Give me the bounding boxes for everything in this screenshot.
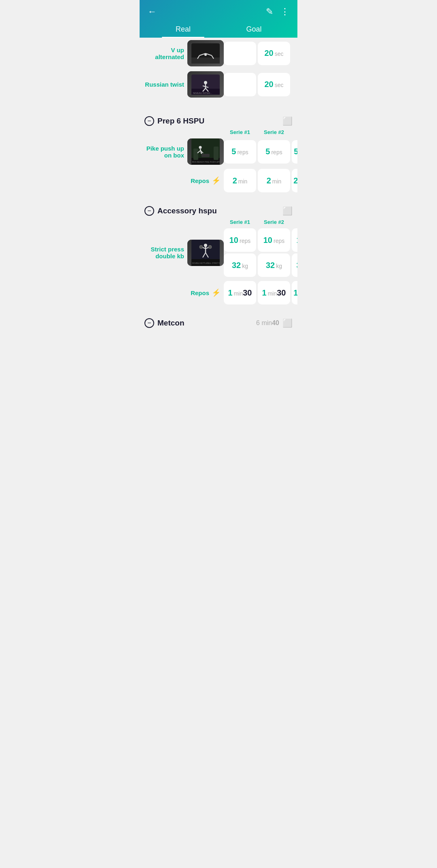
russian-serie2-value: 20: [264, 80, 273, 89]
repos-acc-s1-bold: 30: [243, 288, 252, 298]
accessory-hspu-title: Accessory hspu: [157, 206, 279, 215]
pike-serie-2[interactable]: 5 reps: [258, 140, 290, 164]
strict-s2-weight-unit: kg: [276, 263, 282, 269]
repos-info-acc: Repos ⚡: [143, 288, 224, 297]
exercise-thumb-pike[interactable]: BOX-BENCH PIKE PUSH-UPS: [187, 138, 224, 165]
repos-timer-icon-acc: ⚡: [212, 288, 221, 297]
content: V up alternated: [140, 38, 297, 766]
prep6hspu-sh3: Serie #3: [292, 129, 297, 135]
svg-point-28: [204, 244, 207, 247]
exercise-thumb-strict[interactable]: DOUBLE KETTLEBELL STRICT PRESS: [187, 240, 224, 266]
prep6hspu-header: − Prep 6 HSPU ⬜: [140, 111, 297, 129]
russian-serie-1[interactable]: [224, 73, 256, 96]
prep6hspu-book-icon[interactable]: ⬜: [282, 116, 293, 126]
strict-serie-cells: 10 reps 32 kg 10: [224, 228, 297, 277]
repos-prep6-s3-val: 2: [293, 176, 297, 185]
svg-text:NIVEAU INTER...: NIVEAU INTER...: [193, 92, 212, 94]
russian-serie-2[interactable]: 20 sec: [258, 73, 290, 96]
exercise-info-strict: Strict press double kb DOUBLE KETTLEBELL…: [143, 240, 224, 266]
svg-point-10: [204, 81, 207, 84]
exercise-name-vup: V up alternated: [143, 47, 187, 60]
exercise-row-vup: V up alternated: [140, 38, 297, 69]
prep6hspu-title: Prep 6 HSPU: [157, 117, 279, 126]
repos-label-acc: Repos: [191, 289, 209, 296]
pike-serie-cells: 5 reps 5 reps 5 rep: [224, 140, 297, 164]
repos-acc-s2-unit: min: [268, 290, 277, 297]
vup-serie-1[interactable]: [224, 42, 256, 65]
svg-rect-19: [214, 147, 218, 160]
exercise-name-strict: Strict press double kb: [143, 246, 187, 260]
strict-s3-reps-partial[interactable]: 10: [292, 228, 297, 252]
svg-point-33: [208, 245, 212, 249]
strict-s3-stack: 10 32: [292, 228, 297, 277]
repos-acc-s1[interactable]: 1 min 30: [224, 281, 256, 304]
exercise-name-pike: Pike push up on box: [143, 145, 187, 159]
strict-s1-reps: 10: [229, 236, 238, 245]
metcon-collapse[interactable]: −: [144, 318, 154, 328]
repos-acc-s3-val: 1: [293, 288, 297, 298]
metcon-section: − Metcon 6 min 40 ⬜: [140, 313, 297, 331]
strict-thumbnail-svg: DOUBLE KETTLEBELL STRICT PRESS: [191, 240, 220, 266]
pike-s1-value: 5: [231, 147, 236, 156]
strict-s2-reps-cell[interactable]: 10 reps: [258, 228, 290, 252]
repos-prep6-s1-val: 2: [233, 176, 237, 185]
vup-thumbnail-svg: [191, 43, 220, 64]
more-icon[interactable]: ⋮: [280, 6, 289, 17]
exercise-name-russian: Russian twist: [143, 81, 187, 88]
strict-s2-kg-cell[interactable]: 32 kg: [258, 253, 290, 277]
pike-serie-1[interactable]: 5 reps: [224, 140, 256, 164]
strict-s1-weight: 32: [232, 261, 241, 270]
header: ← ✎ ⋮ Real Goal: [140, 0, 297, 38]
back-button[interactable]: ←: [148, 6, 157, 17]
repos-prep6-s2-val: 2: [267, 176, 271, 185]
strict-s3-reps: 10: [296, 236, 297, 245]
strict-s2-stack: 10 reps 32 kg: [258, 228, 290, 277]
exercise-thumb-vup[interactable]: [187, 40, 224, 66]
accessory-hspu-header: − Accessory hspu ⬜: [140, 200, 297, 219]
accessory-hspu-book-icon[interactable]: ⬜: [282, 206, 293, 216]
exercise-thumb-russian[interactable]: NIVEAU INTER...: [187, 71, 224, 98]
tab-real[interactable]: Real: [148, 20, 218, 38]
repos-label-prep6: Repos: [191, 177, 209, 184]
russian-serie-cells: 20 sec: [224, 73, 294, 96]
strict-s1-weight-unit: kg: [242, 263, 248, 269]
svg-rect-1: [191, 57, 220, 64]
svg-text:BOX-BENCH PIKE PUSH-UPS: BOX-BENCH PIKE PUSH-UPS: [192, 161, 220, 163]
acc-sh1: Serie #1: [224, 219, 256, 225]
strict-s2-weight: 32: [266, 261, 275, 270]
edit-icon[interactable]: ✎: [266, 6, 273, 17]
metcon-book-icon[interactable]: ⬜: [282, 318, 293, 328]
russian-serie2-unit: sec: [275, 82, 284, 88]
repos-prep6-s3-partial[interactable]: 2 min: [292, 169, 297, 192]
repos-acc-s2[interactable]: 1 min 30: [258, 281, 290, 304]
repos-prep6-s2[interactable]: 2 min: [258, 169, 290, 192]
repos-acc-s2-bold: 30: [277, 288, 286, 298]
repos-acc-s1-unit: min: [234, 290, 243, 297]
pike-s2-unit: reps: [271, 149, 282, 155]
tab-goal[interactable]: Goal: [218, 20, 289, 38]
prep6hspu-collapse[interactable]: −: [144, 116, 154, 126]
svg-rect-18: [193, 149, 198, 160]
strict-s1-stack: 10 reps 32 kg: [224, 228, 256, 277]
metcon-time-prefix: 6 min: [256, 319, 272, 327]
header-top: ← ✎ ⋮: [140, 0, 297, 20]
repos-prep6-s1[interactable]: 2 min: [224, 169, 256, 192]
vup-serie-cells: 20 sec: [224, 42, 294, 65]
vup-serie-2[interactable]: 20 sec: [258, 42, 290, 65]
exercise-row-pike: Pike push up on box BOX-BENCH PIKE PUSH-…: [140, 136, 297, 167]
acc-sh3: Serie #3: [292, 219, 297, 225]
strict-s1-kg-cell[interactable]: 32 kg: [224, 253, 256, 277]
prev-section: V up alternated: [140, 38, 297, 104]
strict-s1-reps-cell[interactable]: 10 reps: [224, 228, 256, 252]
prep6hspu-section: − Prep 6 HSPU ⬜ Serie #1 Serie #2 Serie …: [140, 111, 297, 194]
pike-serie-3-partial[interactable]: 5 rep: [292, 140, 297, 164]
strict-s3-kg-partial[interactable]: 32: [292, 253, 297, 277]
pike-s1-unit: reps: [237, 149, 248, 155]
exercise-row-russian: Russian twist NIVEAU INTER...: [140, 69, 297, 100]
repos-cells-prep6: 2 min 2 min 2 min: [224, 169, 297, 192]
accessory-hspu-collapse[interactable]: −: [144, 206, 154, 216]
repos-acc-s3-partial[interactable]: 1 min: [292, 281, 297, 304]
svg-rect-20: [202, 154, 210, 157]
pike-thumbnail-svg: BOX-BENCH PIKE PUSH-UPS: [191, 138, 220, 165]
acc-sh2: Serie #2: [258, 219, 290, 225]
